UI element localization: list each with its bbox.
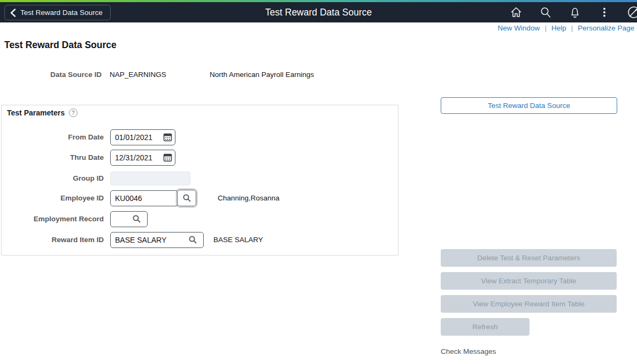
- new-window-link[interactable]: New Window: [498, 24, 540, 32]
- from-date-row: From Date: [2, 129, 175, 145]
- help-question-icon[interactable]: ?: [69, 109, 78, 117]
- group-id-label: Group ID: [2, 174, 104, 182]
- employee-id-lookup-icon[interactable]: [177, 190, 196, 206]
- employee-name-text: Channing,Rosanna: [218, 194, 280, 202]
- from-date-calendar-icon[interactable]: [160, 130, 175, 145]
- home-icon[interactable]: [509, 5, 523, 19]
- delete-test-reset-parameters-button: Delete Test & Reset Parameters: [441, 249, 617, 267]
- notifications-bell-icon[interactable]: [568, 5, 582, 19]
- view-extract-temporary-table-button: View Extract Temporary Table: [441, 272, 617, 290]
- employee-id-label: Employee ID: [2, 194, 104, 202]
- back-button-label: Test Reward Data Source: [20, 9, 103, 17]
- link-separator: |: [571, 24, 573, 32]
- chevron-left-icon: [10, 9, 16, 17]
- app-window: Test Reward Data Source Test Reward Data…: [0, 0, 637, 364]
- utility-link-bar: New Window | Help | Personalize Page: [498, 24, 634, 32]
- from-date-label: From Date: [2, 133, 104, 141]
- refresh-button: Refresh: [441, 318, 529, 336]
- test-parameters-title: Test Parameters: [7, 109, 65, 117]
- link-separator: |: [544, 24, 547, 32]
- group-id-input: [110, 172, 190, 185]
- test-parameters-groupbox: Test Parameters ? From Date: [1, 105, 398, 255]
- data-source-row: Data Source ID NAP_EARNINGS North Americ…: [0, 71, 166, 79]
- search-icon[interactable]: [539, 5, 552, 19]
- employment-record-row: Employment Record: [2, 211, 148, 227]
- check-messages-link[interactable]: Check Messages: [441, 347, 496, 355]
- test-reward-data-source-button[interactable]: Test Reward Data Source: [441, 97, 617, 114]
- page-title: Test Reward Data Source: [4, 40, 117, 51]
- employment-record-input[interactable]: [111, 212, 129, 227]
- thru-date-label: Thru Date: [2, 153, 104, 161]
- back-button[interactable]: Test Reward Data Source: [4, 5, 111, 20]
- from-date-input[interactable]: [111, 130, 160, 145]
- banner-icon-group: [509, 2, 637, 22]
- employee-id-input[interactable]: [111, 191, 174, 206]
- reward-item-description-text: BASE SALARY: [213, 236, 263, 244]
- data-source-id-label: Data Source ID: [0, 71, 102, 79]
- reward-item-id-row: Reward Item ID BASE SALARY: [2, 231, 263, 248]
- data-source-id-value: NAP_EARNINGS: [110, 71, 166, 79]
- top-banner: Test Reward Data Source Test Reward Data…: [0, 0, 637, 22]
- help-link[interactable]: Help: [551, 24, 566, 32]
- employment-record-lookup-icon[interactable]: [129, 212, 144, 227]
- employee-id-row: Employee ID Channing,Rosanna: [2, 190, 280, 206]
- reward-item-id-label: Reward Item ID: [2, 236, 104, 244]
- employment-record-label: Employment Record: [2, 215, 104, 223]
- thru-date-input[interactable]: [111, 150, 160, 165]
- personalize-page-link[interactable]: Personalize Page: [578, 24, 634, 32]
- more-actions-kebab-icon[interactable]: [597, 5, 611, 19]
- thru-date-calendar-icon[interactable]: [160, 150, 175, 165]
- group-id-row: Group ID: [2, 170, 190, 187]
- data-source-description: North American Payroll Earnings: [210, 71, 314, 79]
- thru-date-row: Thru Date: [2, 149, 175, 166]
- reward-item-id-lookup-icon[interactable]: [185, 233, 200, 247]
- view-employee-reward-item-table-button: View Employee Reward Item Table: [441, 295, 617, 313]
- navbar-compass-icon[interactable]: [627, 5, 637, 19]
- reward-item-id-input[interactable]: [111, 233, 185, 247]
